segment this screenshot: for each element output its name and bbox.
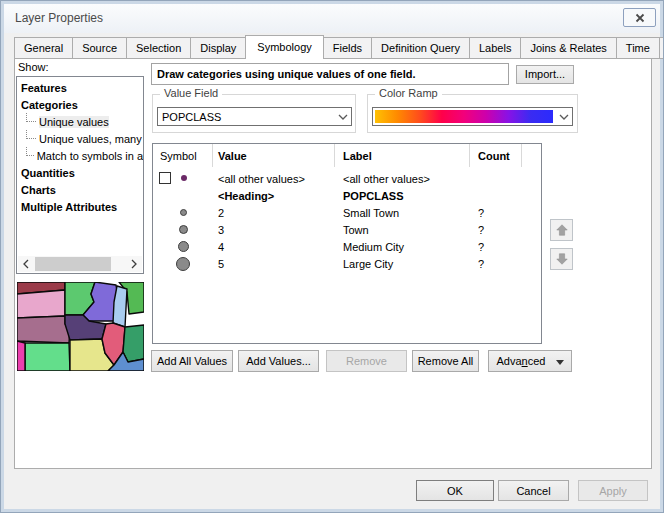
close-button[interactable] (623, 8, 656, 27)
tab-fields[interactable]: Fields (323, 37, 372, 59)
symbol-cell[interactable] (153, 204, 213, 221)
tree-item-unique-values-many[interactable]: Unique values, many (17, 130, 143, 147)
column-header-count[interactable]: Count (470, 144, 522, 167)
value-field-caption: Value Field (160, 87, 222, 99)
chevron-down-icon[interactable] (556, 108, 572, 125)
apply-button[interactable]: Apply (578, 480, 648, 501)
label-cell: Large City (343, 255, 393, 272)
add-values-button[interactable]: Add Values... (238, 350, 319, 372)
value-cell: 2 (218, 204, 224, 221)
unique-values-table: Symbol Value Label Count <all other valu… (152, 143, 542, 344)
tree-item-quantities[interactable]: Quantities (17, 164, 143, 181)
count-cell: ? (478, 238, 484, 255)
add-all-values-button[interactable]: Add All Values (151, 350, 233, 372)
value-cell: 5 (218, 255, 224, 272)
table-row[interactable]: 4 Medium City ? (153, 238, 541, 255)
tab-display[interactable]: Display (190, 37, 246, 59)
scrollbar-thumb[interactable] (35, 257, 111, 271)
scroll-left-button[interactable] (18, 256, 34, 272)
point-symbol[interactable] (179, 225, 188, 234)
tab-selection[interactable]: Selection (126, 37, 191, 59)
tab-strip: General Source Selection Display Symbolo… (14, 35, 664, 59)
map-region (17, 316, 70, 343)
move-up-button[interactable] (550, 219, 573, 241)
tab-joins-relates[interactable]: Joins & Relates (520, 37, 616, 59)
label-cell: <all other values> (343, 170, 430, 187)
tab-source[interactable]: Source (72, 37, 127, 59)
label-cell: Medium City (343, 238, 404, 255)
tree-item-features[interactable]: Features (17, 79, 143, 96)
tree-item-charts[interactable]: Charts (17, 181, 143, 198)
value-cell: 4 (218, 238, 224, 255)
horizontal-scrollbar[interactable] (18, 256, 142, 272)
map-preview (17, 282, 144, 371)
ok-button[interactable]: OK (416, 480, 494, 501)
show-label: Show: (18, 61, 49, 73)
title-bar: Layer Properties (4, 4, 660, 33)
advanced-button[interactable]: Advanced (488, 350, 572, 372)
map-region (17, 341, 25, 371)
import-button[interactable]: Import... (516, 65, 574, 84)
show-tree: Features Categories Unique values Unique… (16, 76, 144, 274)
value-cell: <all other values> (218, 170, 305, 187)
count-cell: ? (478, 255, 484, 272)
tab-definition-query[interactable]: Definition Query (371, 37, 470, 59)
method-description: Draw categories using unique values of o… (151, 63, 509, 85)
arrow-down-icon (555, 252, 569, 266)
tab-time[interactable]: Time (616, 37, 660, 59)
value-field-combobox[interactable]: POPCLASS (157, 107, 352, 126)
label-cell: Town (343, 221, 369, 238)
table-row[interactable]: 3 Town ? (153, 221, 541, 238)
map-region (25, 343, 70, 371)
symbol-cell[interactable] (153, 255, 213, 273)
symbol-cell[interactable] (153, 221, 213, 238)
value-cell: 3 (218, 221, 224, 238)
color-ramp-caption: Color Ramp (375, 87, 442, 99)
chevron-right-icon (131, 259, 137, 269)
tab-general[interactable]: General (14, 37, 73, 59)
tree-elbow (26, 130, 36, 139)
table-row[interactable]: 2 Small Town ? (153, 204, 541, 221)
tree-item-categories[interactable]: Categories (17, 96, 143, 113)
cancel-button[interactable]: Cancel (498, 480, 569, 501)
tab-symbology[interactable]: Symbology (245, 35, 323, 59)
tree-item-match-symbols[interactable]: Match to symbols in a (17, 147, 143, 164)
table-row[interactable]: <all other values> <all other values> (153, 170, 541, 187)
close-icon (635, 13, 645, 23)
all-other-values-symbol[interactable] (181, 175, 187, 181)
move-down-button[interactable] (550, 248, 573, 270)
count-cell: ? (478, 204, 484, 221)
map-region (17, 290, 65, 318)
point-symbol[interactable] (176, 257, 190, 271)
map-region (123, 325, 144, 362)
symbol-cell[interactable] (153, 238, 213, 255)
advanced-label: Advanced (496, 355, 545, 367)
column-header-value[interactable]: Value (213, 144, 335, 167)
tab-html-popup[interactable]: HTML Popup (659, 37, 664, 59)
triangle-down-icon (556, 360, 564, 365)
chevron-down-icon[interactable] (335, 114, 351, 120)
arrow-up-icon (555, 223, 569, 237)
tree-item-multiple-attributes[interactable]: Multiple Attributes (17, 198, 143, 215)
value-cell: <Heading> (218, 187, 274, 204)
remove-button[interactable]: Remove (326, 350, 407, 372)
all-other-values-checkbox[interactable] (159, 172, 171, 184)
column-header-symbol[interactable]: Symbol (153, 144, 213, 167)
table-row[interactable]: <Heading> POPCLASS (153, 187, 541, 204)
tab-labels[interactable]: Labels (469, 37, 521, 59)
point-symbol[interactable] (178, 241, 189, 252)
label-cell: POPCLASS (343, 187, 404, 204)
scroll-right-button[interactable] (126, 256, 142, 272)
tree-elbow (26, 147, 34, 156)
remove-all-button[interactable]: Remove All (412, 350, 479, 372)
tree-item-unique-values[interactable]: Unique values (17, 113, 143, 130)
table-row[interactable]: 5 Large City ? (153, 255, 541, 273)
layer-properties-dialog: Layer Properties General Source Selectio… (0, 0, 664, 513)
color-ramp-combobox[interactable] (372, 107, 573, 126)
symbol-cell[interactable] (153, 170, 213, 187)
point-symbol[interactable] (180, 209, 187, 216)
color-ramp-swatch (375, 110, 553, 123)
window-title: Layer Properties (15, 11, 103, 25)
column-header-label[interactable]: Label (335, 144, 470, 167)
label-cell: Small Town (343, 204, 399, 221)
